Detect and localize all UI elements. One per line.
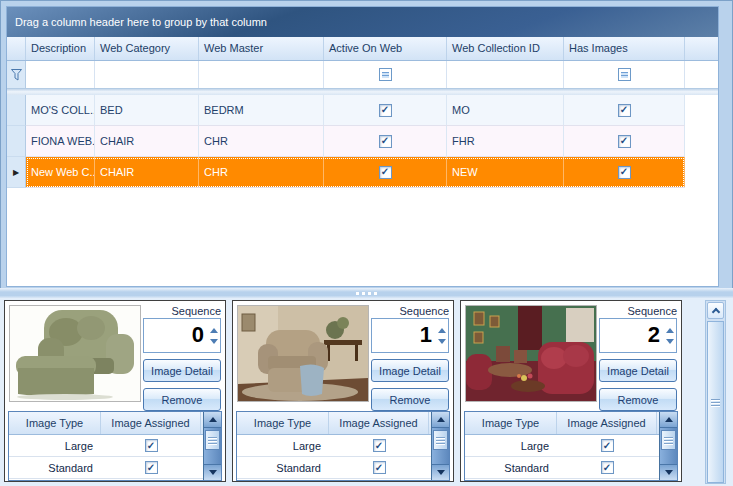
column-header-web-master[interactable]: Web Master [199, 37, 324, 60]
checkbox-checked-icon[interactable]: ✓ [618, 135, 631, 148]
scroll-down-icon[interactable] [432, 464, 449, 480]
sequence-spinner[interactable]: 0 [143, 318, 221, 353]
checkbox-checked-icon[interactable]: ✓ [373, 461, 386, 474]
filter-cell-has-images[interactable] [564, 61, 685, 88]
checkbox-checked-icon[interactable]: ✓ [379, 104, 392, 117]
cell-web-collection-id[interactable]: NEW [447, 157, 564, 187]
column-header-description[interactable]: Description [26, 37, 95, 60]
scroll-up-icon[interactable] [432, 412, 449, 428]
cell-active-on-web: ✓ [324, 126, 447, 156]
cell-web-master[interactable]: CHR [199, 126, 324, 156]
list-item[interactable]: Large ✓ [237, 435, 449, 457]
list-item[interactable]: Standard ✓ [465, 457, 677, 479]
column-header-active-on-web[interactable]: Active On Web [324, 37, 447, 60]
filter-cell-web-collection-id[interactable] [447, 61, 564, 88]
bottom-vertical-scrollbar[interactable] [705, 300, 726, 484]
column-header-image-assigned[interactable]: Image Assigned [329, 412, 429, 434]
group-by-panel[interactable]: Drag a column header here to group by th… [7, 7, 718, 37]
image-detail-button[interactable]: Image Detail [371, 359, 449, 382]
list-item[interactable]: Large ✓ [465, 435, 677, 457]
filter-cell-active-on-web[interactable] [324, 61, 447, 88]
table-row[interactable]: FIONA WEB... CHAIR CHR ✓ FHR ✓ [7, 126, 718, 157]
column-header-empty [685, 37, 718, 60]
checkbox-checked-icon[interactable]: ✓ [601, 439, 614, 452]
scrollbar-thumb[interactable] [661, 430, 676, 450]
column-header-image-type[interactable]: Image Type [237, 412, 329, 434]
column-header-has-images[interactable]: Has Images [564, 37, 685, 60]
cell-has-images: ✓ [564, 157, 685, 187]
remove-button[interactable]: Remove [143, 388, 221, 411]
scrollbar-thumb[interactable] [433, 430, 448, 450]
image-panels-area: Sequence 0 Image Detail Remove Image Typ… [0, 298, 733, 486]
row-indicator-header [7, 37, 26, 60]
checkbox-checked-icon[interactable]: ✓ [145, 461, 158, 474]
checkbox-checked-icon[interactable]: ✓ [379, 135, 392, 148]
mini-scrollbar[interactable] [431, 412, 449, 480]
cell-description[interactable]: FIONA WEB... [26, 126, 95, 156]
scroll-up-icon[interactable] [204, 412, 221, 428]
image-detail-button[interactable]: Image Detail [143, 359, 221, 382]
spinner-up-icon[interactable] [210, 328, 218, 333]
list-item[interactable]: Standard ✓ [9, 457, 221, 479]
boolean-filter-icon[interactable] [618, 68, 631, 81]
cell-active-on-web: ✓ [324, 157, 447, 187]
column-header-web-category[interactable]: Web Category [95, 37, 199, 60]
cell-web-master[interactable]: BEDRM [199, 95, 324, 125]
list-item[interactable]: Large ✓ [9, 435, 221, 457]
sequence-spinner[interactable]: 2 [599, 318, 677, 353]
spinner-down-icon[interactable] [210, 339, 218, 344]
scrollbar-thumb[interactable] [707, 321, 724, 483]
image-type-cell: Large [465, 440, 557, 452]
checkbox-checked-icon[interactable]: ✓ [373, 439, 386, 452]
checkbox-checked-icon[interactable]: ✓ [618, 166, 631, 179]
image-type-grid: Image Type Image Assigned Large ✓ Standa… [464, 411, 678, 481]
filter-cell-web-category[interactable] [95, 61, 199, 88]
checkbox-checked-icon[interactable]: ✓ [145, 439, 158, 452]
list-item[interactable]: Standard ✓ [237, 457, 449, 479]
table-row[interactable]: MO'S COLL... BED BEDRM ✓ MO ✓ [7, 95, 718, 126]
spinner-down-icon[interactable] [666, 339, 674, 344]
filter-cell-description[interactable] [26, 61, 95, 88]
collections-window: Drag a column header here to group by th… [0, 0, 733, 486]
column-header-image-type[interactable]: Image Type [9, 412, 101, 434]
list-item-clipped[interactable]: ✓ [465, 479, 677, 481]
spinner-up-icon[interactable] [438, 328, 446, 333]
cell-web-category[interactable]: CHAIR [95, 126, 199, 156]
checkbox-checked-icon[interactable]: ✓ [618, 104, 631, 117]
cell-description[interactable]: MO'S COLL... [26, 95, 95, 125]
mini-scrollbar[interactable] [659, 412, 677, 480]
checkbox-checked-icon[interactable]: ✓ [601, 461, 614, 474]
cell-web-master[interactable]: CHR [199, 157, 324, 187]
scroll-down-icon[interactable] [204, 464, 221, 480]
row-indicator: ▶ [7, 157, 26, 188]
spinner-down-icon[interactable] [438, 339, 446, 344]
cell-web-collection-id[interactable]: MO [447, 95, 564, 125]
column-header-image-assigned[interactable]: Image Assigned [101, 412, 201, 434]
cell-web-collection-id[interactable]: FHR [447, 126, 564, 156]
cell-web-category[interactable]: BED [95, 95, 199, 125]
column-header-image-assigned[interactable]: Image Assigned [557, 412, 657, 434]
remove-button[interactable]: Remove [371, 388, 449, 411]
table-row-selected[interactable]: ▶ New Web C... CHAIR CHR ✓ NEW ✓ [7, 157, 718, 188]
scroll-down-icon[interactable] [660, 464, 677, 480]
checkbox-checked-icon[interactable]: ✓ [379, 166, 392, 179]
column-header-image-type[interactable]: Image Type [465, 412, 557, 434]
filter-cell-web-master[interactable] [199, 61, 324, 88]
list-item-clipped[interactable]: ✓ [237, 479, 449, 481]
scroll-up-icon[interactable] [660, 412, 677, 428]
cell-description[interactable]: New Web C... [26, 157, 95, 187]
sequence-spinner[interactable]: 1 [371, 318, 449, 353]
cell-has-images: ✓ [564, 95, 685, 125]
spinner-up-icon[interactable] [666, 328, 674, 333]
remove-button[interactable]: Remove [599, 388, 677, 411]
splitter-handle[interactable] [0, 288, 733, 298]
scroll-up-icon[interactable] [707, 302, 724, 319]
column-header-web-collection-id[interactable]: Web Collection ID [447, 37, 564, 60]
mini-scrollbar[interactable] [203, 412, 221, 480]
scrollbar-thumb[interactable] [205, 430, 220, 450]
image-detail-button[interactable]: Image Detail [599, 359, 677, 382]
boolean-filter-icon[interactable] [379, 68, 392, 81]
list-item-clipped[interactable]: ✓ [9, 479, 221, 481]
image-panel-1: Sequence 1 Image Detail Remove Image Typ… [232, 300, 454, 482]
cell-web-category[interactable]: CHAIR [95, 157, 199, 187]
